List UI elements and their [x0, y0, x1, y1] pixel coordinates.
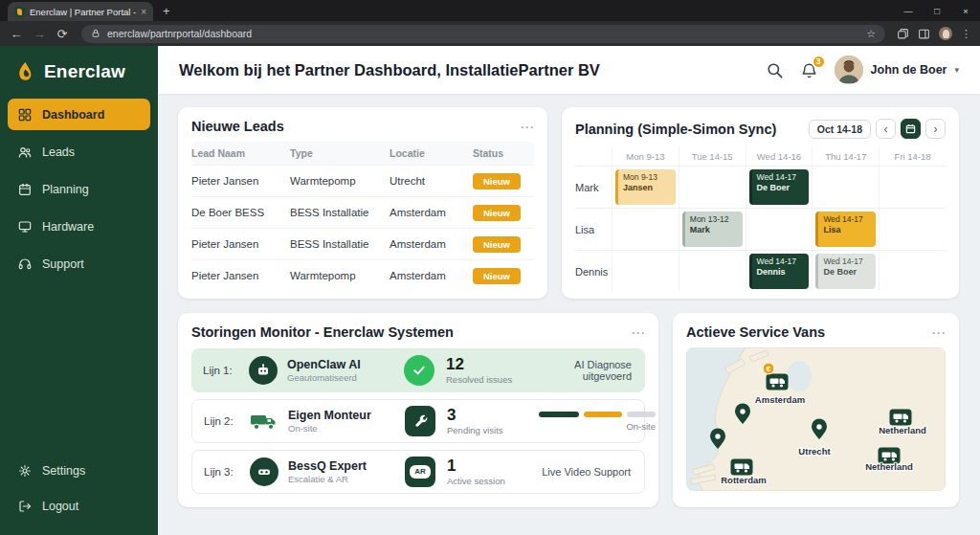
calendar-event[interactable]: Wed 14-17 De Boer [815, 254, 876, 289]
monitor-row-lijn3[interactable]: Lijn 3: BessQ Expert Escalatie & AR AR [191, 450, 645, 494]
event-person: De Boer [823, 267, 871, 279]
vr-goggles-icon [250, 457, 278, 486]
table-row[interactable]: Pieter Jansen Warmtepomp Utrecht Nieuw [191, 165, 534, 196]
browser-menu-icon[interactable]: ⋮ [961, 28, 971, 40]
label-netherland: Netherland [865, 461, 913, 472]
table-row[interactable]: Pieter Jansen BESS Installatie Amsterdam… [191, 228, 534, 259]
monitor-row-lijn1[interactable]: Lijn 1: OpenClaw AI Geautomatiseerd [191, 348, 645, 392]
card-title: Planning (Simple-Simon Sync) [575, 122, 776, 137]
event-time: Mon 13-12 [690, 214, 738, 225]
next-week-button[interactable]: › [925, 119, 946, 139]
sidebar-item-hardware[interactable]: Hardware [8, 211, 150, 242]
toolbar-actions: ⋮ [897, 27, 971, 40]
date-range-chip[interactable]: Oct 14-18 [809, 120, 871, 139]
search-icon[interactable] [766, 61, 784, 79]
event-time: Wed 14-17 [823, 256, 871, 267]
calendar-event[interactable]: Mon 9-13 Jansen [615, 169, 676, 205]
sidebar-item-label: Support [42, 257, 84, 271]
ai-bot-icon [249, 356, 278, 385]
label-netherland: Netherland [879, 425, 926, 435]
calendar-event[interactable]: Wed 14-17 De Boer [749, 169, 810, 205]
lead-type: BESS Installatie [290, 238, 390, 250]
calendar-event[interactable]: Mon 13-12 Mark [682, 212, 743, 247]
sidebar-item-dashboard[interactable]: Dashboard [8, 99, 150, 130]
lead-location: Amsterdam [390, 238, 473, 250]
browser-profile-avatar[interactable] [939, 27, 952, 40]
card-menu-icon[interactable]: ⋯ [931, 325, 946, 340]
reload-button[interactable]: ⟳ [55, 28, 70, 40]
browser-tab[interactable]: Enerclaw | Partner Portal - Da × [8, 2, 153, 21]
chevron-down-icon: ▾ [954, 65, 959, 75]
map-lake [787, 361, 812, 391]
url-text: enerclaw/partnrportal/dashboard [107, 28, 859, 39]
prev-week-button[interactable]: ‹ [876, 119, 896, 139]
calendar-event[interactable]: Wed 14-17 Dennis [749, 254, 810, 289]
card-title: Storingen Monitor - Enerclaw Systemen [191, 324, 454, 340]
monitor-row-lijn2[interactable]: Lijn 2: Eigen Monteur On-site [191, 399, 645, 443]
calendar-event[interactable]: Wed 14-17 Lisa [815, 212, 876, 247]
sidebar-item-planning[interactable]: Planning [8, 173, 150, 205]
bookmark-star-icon[interactable]: ☆ [866, 28, 876, 40]
back-button[interactable]: ← [9, 28, 24, 40]
maximize-button[interactable]: □ [923, 0, 951, 21]
lead-name: De Boer BESS [191, 207, 290, 218]
table-row[interactable]: De Boer BESS BESS Installatie Amsterdam … [191, 196, 534, 228]
channel-name: Eigen Monteur [288, 409, 395, 422]
forward-button[interactable]: → [32, 28, 47, 40]
sidebar-item-label: Logout [42, 500, 78, 513]
service-van-icon[interactable] [767, 374, 789, 390]
lead-location: Amsterdam [390, 207, 473, 218]
event-person: Jansen [623, 183, 671, 194]
tab-close-icon[interactable]: × [141, 7, 146, 17]
sidebar-item-support[interactable]: Support [8, 248, 150, 279]
event-time: Wed 14-17 [757, 172, 805, 183]
day-header: Wed 14-16 [746, 146, 813, 166]
sidebar-item-settings[interactable]: Settings [8, 455, 150, 486]
service-van-icon[interactable] [731, 459, 753, 476]
lead-type: BESS Installatie [290, 207, 390, 218]
progress-segment-active [584, 412, 622, 417]
count-value: 12 [446, 356, 528, 372]
window-controls: — □ × [894, 0, 980, 21]
card-menu-icon[interactable]: ⋯ [520, 120, 534, 134]
brand: Enerclaw [0, 58, 158, 99]
gear-icon [17, 463, 33, 479]
count-value: 1 [447, 457, 529, 474]
vans-map[interactable]: € Amsterdam Utrecht Rotterdam Netherland… [686, 347, 946, 491]
user-menu[interactable]: John de Boer ▾ [835, 56, 959, 84]
status-badge: Nieuw [473, 173, 521, 189]
leads-table-header: Lead Naam Type Locatie Status [191, 142, 534, 165]
ar-badge-text: AR [410, 465, 431, 479]
sidebar-item-logout[interactable]: Logout [8, 490, 150, 522]
progress-block: On-site [539, 412, 657, 432]
col-header: Type [290, 147, 390, 159]
sidebar-item-leads[interactable]: Leads [8, 136, 150, 167]
sidebar-item-label: Dashboard [42, 108, 104, 122]
page-title: Welkom bij het Partner Dashboard, Instal… [179, 61, 600, 79]
card-menu-icon[interactable]: ⋯ [631, 325, 645, 340]
sidebar-item-label: Planning [42, 183, 89, 196]
collections-icon[interactable] [897, 28, 909, 40]
tab-title: Enerclaw | Partner Portal - Da [30, 7, 136, 17]
event-time: Wed 14-17 [823, 214, 871, 225]
line-label: Lijn 3: [204, 466, 240, 478]
table-row[interactable]: Pieter Jansen Warmtepomp Amsterdam Nieuw [191, 259, 534, 291]
calendar-view-button[interactable] [901, 119, 921, 139]
day-header: Mon 9-13 [612, 146, 679, 166]
side-panel-icon[interactable] [918, 28, 930, 40]
user-name: John de Boer [871, 63, 947, 77]
leads-table: Lead Naam Type Locatie Status Pieter Jan… [191, 142, 534, 291]
storingen-monitor-card: Storingen Monitor - Enerclaw Systemen ⋯ … [178, 313, 658, 507]
lead-type: Warmtepomp [290, 175, 390, 187]
notifications-bell[interactable]: 3 [800, 61, 818, 79]
service-van-icon[interactable] [890, 410, 912, 426]
line-label: Lijn 2: [204, 415, 240, 427]
close-button[interactable]: × [951, 0, 980, 21]
service-vans-card: Actieve Service Vans ⋯ [673, 313, 959, 507]
event-time: Mon 9-13 [623, 172, 671, 183]
address-bar[interactable]: enerclaw/partnrportal/dashboard ☆ [81, 25, 885, 43]
card-title: Actieve Service Vans [686, 324, 825, 340]
new-tab-button[interactable]: + [163, 4, 170, 18]
event-person: Mark [690, 225, 738, 236]
minimize-button[interactable]: — [894, 0, 923, 21]
